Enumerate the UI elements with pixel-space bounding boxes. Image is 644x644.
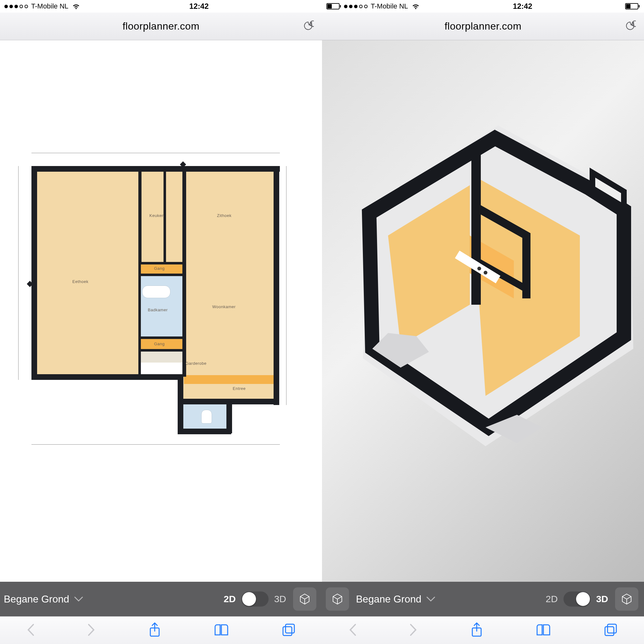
- svg-rect-4: [327, 4, 332, 8]
- app-toolbar: Begane Grond 2D 3D: [322, 582, 644, 616]
- mode-3d-label: 3D: [274, 594, 286, 604]
- signal-strength-icon: [4, 5, 28, 8]
- room-label-badkamer: Badkamer: [148, 308, 168, 312]
- url-text: floorplanner.com: [123, 20, 200, 32]
- bookmarks-button[interactable]: [214, 624, 229, 637]
- chevron-down-icon: [426, 594, 435, 604]
- back-button[interactable]: [348, 623, 357, 638]
- url-text: floorplanner.com: [445, 20, 522, 32]
- mode-2d-label: 2D: [546, 594, 558, 604]
- floor-selector[interactable]: Begane Grond: [4, 593, 217, 605]
- battery-icon-right: [625, 3, 640, 9]
- floor-name-label: Begane Grond: [4, 593, 69, 605]
- svg-rect-8: [639, 5, 640, 8]
- svg-point-18: [484, 271, 487, 275]
- room-label-zithoek: Zithoek: [217, 213, 231, 218]
- share-button[interactable]: [470, 622, 483, 639]
- view-mode-toggle[interactable]: 2D 3D: [546, 591, 608, 607]
- clock-label: 12:42: [189, 2, 208, 11]
- mode-2d-label: 2D: [224, 594, 236, 604]
- carrier-label: T-Mobile NL: [371, 2, 408, 10]
- ios-status-bar: T-Mobile NL 12:42: [0, 0, 322, 13]
- carrier-label: T-Mobile NL: [31, 2, 69, 10]
- forward-button[interactable]: [87, 623, 96, 638]
- svg-point-17: [477, 267, 481, 270]
- chevron-down-icon: [74, 594, 83, 604]
- share-button[interactable]: [148, 622, 161, 639]
- app-toolbar: Begane Grond 2D 3D: [0, 582, 322, 616]
- room-label-eethoek: Eethoek: [72, 279, 88, 284]
- svg-rect-1: [283, 627, 292, 636]
- toggle-switch[interactable]: [241, 591, 269, 607]
- room-label-keuken: Keuken: [149, 213, 164, 218]
- floorplan-3d-canvas[interactable]: [322, 40, 644, 582]
- safari-toolbar: [0, 616, 322, 644]
- back-button[interactable]: [26, 623, 35, 638]
- floor-selector[interactable]: Begane Grond: [356, 593, 539, 605]
- room-label-gang1: Gang: [154, 266, 165, 271]
- ios-status-bar: T-Mobile NL 12:42: [322, 0, 644, 13]
- wifi-icon: [72, 3, 81, 10]
- tabs-button[interactable]: [604, 623, 618, 638]
- bookmarks-button[interactable]: [536, 624, 551, 637]
- view-cube-button[interactable]: [293, 587, 316, 611]
- room-label-garderobe: Garderobe: [186, 361, 207, 366]
- svg-rect-21: [608, 624, 616, 633]
- mode-3d-label: 3D: [596, 594, 608, 604]
- tabs-button[interactable]: [282, 623, 296, 638]
- safari-toolbar: [322, 616, 644, 644]
- floorplan-2d-canvas[interactable]: Eethoek Keuken Zithoek Gang Badkamer Woo…: [0, 40, 322, 582]
- svg-rect-7: [626, 4, 630, 8]
- toggle-switch[interactable]: [563, 591, 591, 607]
- reload-icon[interactable]: [625, 20, 636, 33]
- battery-icon: [326, 3, 341, 9]
- view-cube-button-secondary[interactable]: [615, 587, 638, 611]
- browser-address-bar[interactable]: floorplanner.com: [0, 13, 322, 40]
- forward-button[interactable]: [409, 623, 418, 638]
- svg-rect-5: [340, 5, 341, 8]
- wifi-icon: [411, 3, 420, 10]
- signal-strength-icon: [344, 5, 368, 8]
- view-cube-button[interactable]: [326, 587, 349, 611]
- view-mode-toggle[interactable]: 2D 3D: [224, 591, 286, 607]
- room-label-gang2: Gang: [154, 341, 165, 346]
- browser-address-bar[interactable]: floorplanner.com: [322, 13, 644, 40]
- svg-rect-20: [605, 627, 614, 636]
- room-label-woonkamer: Woonkamer: [212, 304, 236, 309]
- clock-label: 12:42: [513, 2, 532, 11]
- floor-name-label: Begane Grond: [356, 593, 421, 605]
- room-label-entree: Entree: [233, 386, 246, 391]
- reload-icon[interactable]: [303, 20, 314, 33]
- svg-rect-2: [286, 624, 294, 633]
